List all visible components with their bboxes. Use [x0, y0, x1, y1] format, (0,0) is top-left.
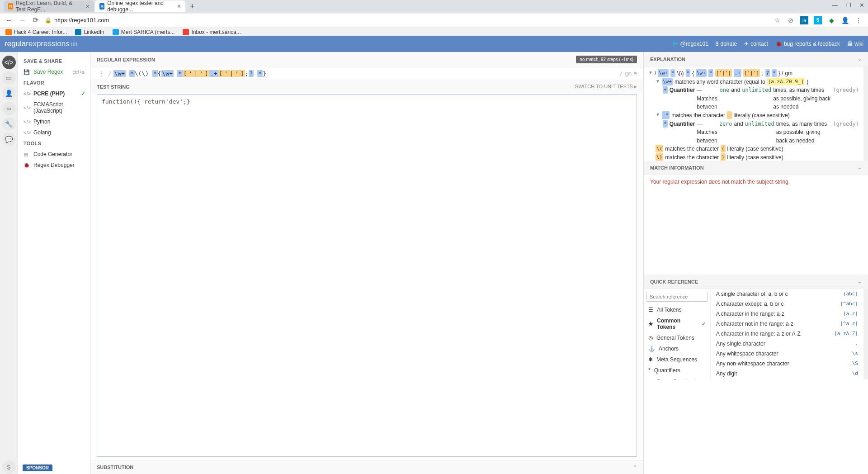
donate-link[interactable]: $donate: [716, 41, 737, 47]
sponsor-tag[interactable]: SPONSOR: [23, 465, 52, 471]
regex-debugger-button[interactable]: 🐞Regex Debugger: [18, 160, 90, 171]
flavor-ecmascript[interactable]: </>ECMAScript (JavaScript): [18, 99, 90, 116]
new-tab-button[interactable]: +: [186, 2, 198, 11]
flavor-golang[interactable]: </>Golang: [18, 127, 90, 138]
qr-item[interactable]: A character not in the range: a-z[^a-z]: [711, 319, 863, 329]
close-icon[interactable]: ×: [86, 3, 90, 10]
logo[interactable]: regularexpressions101: [5, 39, 78, 48]
qr-item[interactable]: Any non-whitespace character\S: [711, 359, 863, 369]
favicon-icon: R: [8, 3, 13, 9]
profile-avatar[interactable]: 👤: [841, 16, 849, 24]
regex-flags[interactable]: / gm ⚑: [619, 70, 637, 77]
regex-editor-icon[interactable]: </>: [2, 56, 16, 69]
forward-button[interactable]: →: [19, 16, 26, 24]
flavor-header: FLAVOR: [18, 77, 90, 88]
browser-tab[interactable]: R RegExr: Learn, Build, & Test RegE... ×: [4, 0, 94, 12]
qr-item[interactable]: A character except: a, b or c[^abc]: [711, 299, 863, 309]
chevron-up-icon: ⌃: [633, 465, 637, 470]
circle-plus-icon: ⊕: [648, 378, 653, 379]
twitter-link[interactable]: 🐦@regex101: [672, 41, 708, 47]
linkedin-ext-icon[interactable]: in: [800, 16, 808, 24]
app-header: regularexpressions101 🐦@regex101 $donate…: [0, 36, 868, 52]
bookmark-item[interactable]: Inbox - mert.sarica...: [183, 29, 241, 35]
star-icon: ★: [648, 321, 653, 327]
bookmark-item[interactable]: Hack 4 Career: Infor...: [5, 29, 67, 35]
back-button[interactable]: ←: [5, 16, 13, 24]
reload-button[interactable]: ⟳: [33, 16, 38, 24]
chat-icon[interactable]: 💬: [2, 133, 16, 146]
tab-bar: R RegExr: Learn, Build, & Test RegE... ×…: [0, 0, 868, 13]
chevron-down-icon: ⌄: [858, 56, 862, 62]
settings-icon[interactable]: 🔧: [2, 117, 16, 131]
quick-ref-header[interactable]: QUICK REFERENCE ⌄: [644, 275, 868, 289]
collapse-icon[interactable]: ▼: [656, 111, 660, 118]
quiz-icon[interactable]: ∞: [2, 102, 16, 115]
qr-cat-common[interactable]: ★Common Tokens✓: [644, 315, 710, 332]
bookmark-icon: [5, 29, 12, 35]
qr-cat-general[interactable]: ◎General Tokens: [644, 332, 710, 343]
qr-item[interactable]: Any single character.: [711, 339, 863, 349]
window-controls: — ❐ ✕: [832, 2, 864, 9]
qr-cat-anchors[interactable]: ⚓Anchors: [644, 343, 710, 354]
qr-cat-quantifiers[interactable]: *Quantifiers: [644, 365, 710, 376]
switch-unit-tests-link[interactable]: SWITCH TO UNIT TESTS ▸: [575, 84, 637, 90]
collapse-icon[interactable]: ▼: [656, 78, 660, 85]
qr-item[interactable]: A character in the range: a-z or A-Z[a-z…: [711, 329, 863, 339]
quick-ref-body: ☰All Tokens ★Common Tokens✓ ◎General Tok…: [644, 289, 868, 379]
qr-cat-groups[interactable]: ⊕Group Constructs: [644, 376, 710, 379]
substitution-header[interactable]: SUBSTITUTION ⌃: [90, 460, 643, 474]
minimize-icon[interactable]: —: [832, 2, 838, 9]
header-links: 🐦@regex101 $donate ✈contact 🐞bug reports…: [672, 41, 863, 47]
qr-search-input[interactable]: [646, 292, 708, 302]
save-regex-button[interactable]: 💾 Save Regex ctrl+s: [18, 66, 90, 77]
regex-header: REGULAR EXPRESSION no match, 92 steps (~…: [90, 52, 643, 67]
ext-icon[interactable]: ◆: [827, 16, 835, 24]
qr-item[interactable]: A single character of: a, b or c[abc]: [711, 289, 863, 299]
test-string-input[interactable]: function(){ return'dev';}: [97, 94, 637, 457]
center-panel: REGULAR EXPRESSION no match, 92 steps (~…: [90, 52, 643, 474]
qr-item[interactable]: A character in the range: a-z[a-z]: [711, 309, 863, 319]
bookmark-item[interactable]: Mert SARICA (merts...: [113, 29, 175, 35]
flavor-python[interactable]: </>Python: [18, 116, 90, 127]
tools-header: TOOLS: [18, 138, 90, 149]
qr-cat-all[interactable]: ☰All Tokens: [644, 304, 710, 315]
flavor-pcre[interactable]: </>PCRE (PHP)✓: [18, 88, 90, 99]
star-icon[interactable]: ☆: [773, 16, 781, 24]
qr-item[interactable]: Any digit\d: [711, 369, 863, 379]
explanation-body: ▼ / \w+ *\(\) *{\w+ *['|'].+['|'];? *} /…: [644, 66, 868, 161]
url-input[interactable]: 🔒 https://regex101.com: [45, 17, 767, 24]
browser-tab[interactable]: R Online regex tester and debugge... ×: [95, 0, 185, 12]
skype-ext-icon[interactable]: S: [814, 16, 822, 24]
block-icon[interactable]: ⊘: [787, 16, 795, 24]
plane-icon: ✈: [744, 41, 749, 47]
match-badge: no match, 92 steps (~1ms): [576, 56, 637, 63]
bug-icon: 🐞: [775, 41, 782, 47]
code-generator-button[interactable]: ▤Code Generator: [18, 149, 90, 160]
regex-pattern: \w+ *\(\) *{\w+ *['|'].+['|'];? *}: [113, 70, 616, 77]
library-icon[interactable]: ▭: [2, 71, 16, 85]
wiki-link[interactable]: 🏛wiki: [847, 41, 863, 47]
code-icon: </>: [24, 119, 30, 124]
close-window-icon[interactable]: ✕: [859, 2, 864, 9]
chevron-down-icon: ⌄: [858, 165, 862, 171]
maximize-icon[interactable]: ❐: [846, 2, 851, 9]
explanation-header[interactable]: EXPLANATION ⌄: [644, 52, 868, 66]
qr-cat-meta[interactable]: ✱Meta Sequences: [644, 354, 710, 365]
close-icon[interactable]: ×: [177, 3, 181, 10]
contact-link[interactable]: ✈contact: [744, 41, 768, 47]
check-icon: ✓: [702, 321, 706, 327]
flag-icon: ⚑: [633, 70, 637, 77]
bookmark-item[interactable]: LinkedIn: [75, 29, 104, 35]
wiki-icon: 🏛: [847, 41, 853, 47]
menu-icon[interactable]: ⋮: [854, 16, 863, 24]
collapse-icon[interactable]: ▼: [648, 69, 653, 76]
match-info-body: Your regular expression does not match t…: [644, 175, 868, 275]
regex-delim: ⋮ /: [99, 70, 112, 77]
sponsor-icon[interactable]: $: [2, 460, 16, 474]
qr-item[interactable]: Any whitespace character\s: [711, 349, 863, 359]
regex-input[interactable]: ⋮ / \w+ *\(\) *{\w+ *['|'].+['|'];? *} /…: [90, 67, 643, 80]
left-panel: SAVE & SHARE 💾 Save Regex ctrl+s FLAVOR …: [18, 52, 90, 474]
match-info-header[interactable]: MATCH INFORMATION ⌄: [644, 161, 868, 175]
bugs-link[interactable]: 🐞bug reports & feedback: [775, 41, 840, 47]
account-icon[interactable]: 👤: [2, 86, 16, 100]
